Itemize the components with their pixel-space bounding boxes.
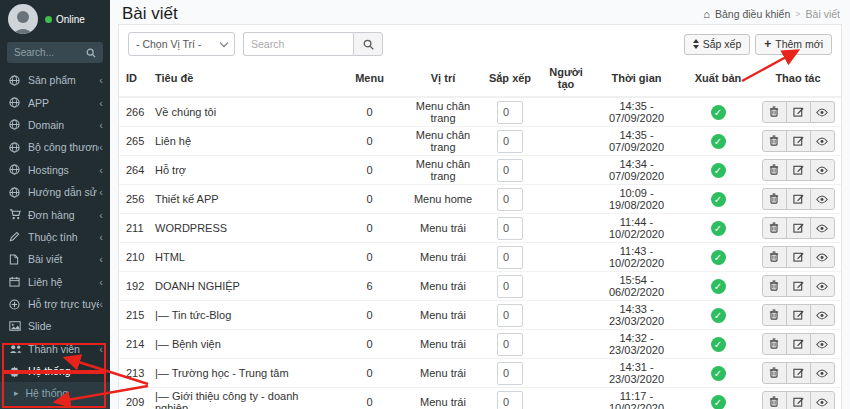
chevron-left-icon: ‹ — [99, 141, 103, 153]
edit-icon — [793, 192, 804, 207]
sidebar-item[interactable]: Hướng dẫn sử dụng‹ — [0, 181, 110, 203]
sidebar-search[interactable] — [7, 42, 103, 63]
chevron-left-icon: ‹ — [99, 119, 103, 131]
edit-button[interactable] — [786, 391, 811, 409]
edit-button[interactable] — [786, 246, 811, 268]
eye-button[interactable] — [810, 217, 835, 239]
published-check-icon: ✓ — [711, 395, 726, 409]
sidebar-item-label: Hệ thống — [28, 365, 99, 377]
eye-button[interactable] — [810, 304, 835, 326]
eye-button[interactable] — [810, 101, 835, 123]
cell-id: 266 — [119, 97, 148, 127]
trash-button[interactable] — [762, 362, 787, 384]
position-select-value: - Chọn Vị Trí - — [136, 38, 201, 50]
order-input[interactable] — [497, 333, 523, 356]
trash-button[interactable] — [762, 159, 787, 181]
trash-button[interactable] — [762, 275, 787, 297]
order-input[interactable] — [497, 188, 523, 211]
trash-button[interactable] — [762, 304, 787, 326]
sidebar-item[interactable]: Bộ công thương‹ — [0, 136, 110, 158]
cell-time: 15:54 - 06/02/2020 — [592, 272, 681, 301]
add-new-button[interactable]: + Thêm mới — [755, 34, 832, 55]
order-input[interactable] — [497, 275, 523, 298]
trash-button[interactable] — [762, 217, 787, 239]
order-input[interactable] — [497, 246, 523, 269]
cell-time: 14:34 - 07/09/2020 — [592, 156, 681, 185]
sidebar-item[interactable]: Slide — [0, 315, 110, 337]
cell-id: 209 — [119, 388, 148, 409]
cell-published: ✓ — [681, 272, 755, 301]
sidebar-item[interactable]: Hostings‹ — [0, 159, 110, 181]
eye-button[interactable] — [810, 159, 835, 181]
order-input[interactable] — [497, 159, 523, 182]
sidebar-item[interactable]: Thành viên‹ — [0, 338, 110, 360]
edit-button[interactable] — [786, 188, 811, 210]
trash-button[interactable] — [762, 333, 787, 355]
trash-button[interactable] — [762, 101, 787, 123]
order-input[interactable] — [497, 101, 523, 124]
order-input[interactable] — [497, 217, 523, 240]
sidebar-item[interactable]: Liên hệ‹ — [0, 271, 110, 293]
trash-button[interactable] — [762, 188, 787, 210]
table-row: 264Hỗ trợ0Menu chân trang14:34 - 07/09/2… — [119, 156, 841, 185]
sidebar-search-input[interactable] — [14, 47, 86, 58]
sidebar-item[interactable]: Sản phẩm‹ — [0, 69, 110, 91]
sort-button[interactable]: Sắp xếp — [684, 34, 751, 55]
edit-icon — [793, 105, 804, 120]
edit-button[interactable] — [786, 275, 811, 297]
cell-position: Menu trái — [406, 359, 480, 388]
trash-button[interactable] — [762, 391, 787, 409]
sidebar-item-label: Bộ công thương — [28, 141, 99, 153]
eye-button[interactable] — [810, 333, 835, 355]
calendar-icon — [9, 276, 22, 287]
table-row: 210HTML0Menu trái11:43 - 10/02/2020✓ — [119, 243, 841, 272]
eye-button[interactable] — [810, 188, 835, 210]
sidebar-subitem[interactable]: ▸Hệ thống — [0, 382, 110, 404]
search-input[interactable] — [243, 32, 353, 56]
breadcrumb: ⌂ Bảng điều khiển > Bài viết — [703, 8, 840, 20]
edit-button[interactable] — [786, 130, 811, 152]
trash-button[interactable] — [762, 246, 787, 268]
edit-button[interactable] — [786, 217, 811, 239]
table-row: 209|— Giới thiệu công ty - doanh nghiệp0… — [119, 388, 841, 409]
cell-published: ✓ — [681, 97, 755, 127]
edit-button[interactable] — [786, 101, 811, 123]
sidebar-item[interactable]: Thuộc tính‹ — [0, 226, 110, 248]
edit-button[interactable] — [786, 159, 811, 181]
breadcrumb-root[interactable]: Bảng điều khiển — [715, 8, 790, 20]
order-input[interactable] — [497, 304, 523, 327]
eye-button[interactable] — [810, 391, 835, 409]
sidebar-item[interactable]: Bài viết‹ — [0, 248, 110, 270]
trash-icon — [769, 163, 779, 178]
eye-button[interactable] — [810, 130, 835, 152]
cell-id: 192 — [119, 272, 148, 301]
eye-button[interactable] — [810, 275, 835, 297]
user-avatar[interactable] — [8, 4, 38, 34]
order-input[interactable] — [497, 391, 523, 409]
trash-button[interactable] — [762, 130, 787, 152]
cell-time: 11:17 - 10/02/2020 — [592, 388, 681, 409]
sidebar-item[interactable]: Đơn hàng‹ — [0, 203, 110, 225]
sidebar-item[interactable]: Hỗ trợ trực tuyến‹ — [0, 293, 110, 315]
position-select[interactable]: - Chọn Vị Trí - — [128, 32, 235, 56]
edit-button[interactable] — [786, 304, 811, 326]
eye-button[interactable] — [810, 362, 835, 384]
edit-button[interactable] — [786, 333, 811, 355]
order-input[interactable] — [497, 362, 523, 385]
sidebar-item[interactable]: Domain‹ — [0, 114, 110, 136]
sidebar-item-label: Hỗ trợ trực tuyến — [28, 298, 99, 310]
cell-creator — [540, 185, 592, 214]
eye-button[interactable] — [810, 246, 835, 268]
sidebar-subitem[interactable]: ▸Menu — [0, 404, 110, 409]
search-icon[interactable] — [86, 44, 96, 62]
trash-icon — [769, 221, 779, 236]
sidebar-item[interactable]: Hệ thống‹ — [0, 360, 110, 382]
cell-title: |— Bệnh viện — [148, 330, 333, 359]
sidebar-item[interactable]: APP‹ — [0, 91, 110, 113]
order-input[interactable] — [497, 130, 523, 153]
cell-menu: 0 — [333, 156, 406, 185]
edit-button[interactable] — [786, 362, 811, 384]
cell-position: Menu trái — [406, 272, 480, 301]
globe-icon — [9, 119, 22, 130]
search-button[interactable] — [353, 32, 383, 56]
